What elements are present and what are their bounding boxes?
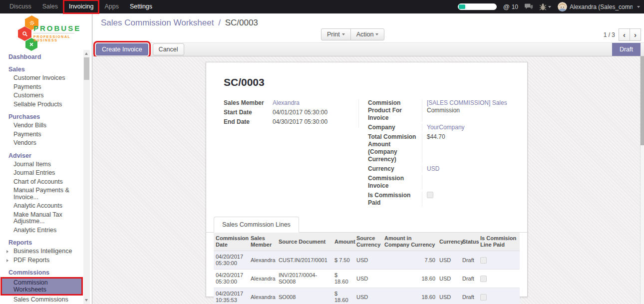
field-label: End Date — [224, 118, 273, 126]
sidebar-item-pdf-reports[interactable]: PDF Reports — [0, 256, 83, 265]
column-header[interactable]: Is Commision Line Paid — [478, 233, 520, 251]
action-label: Action — [356, 31, 374, 38]
form-sheet: SC/0003 Sales MemberAlexandra Start Date… — [206, 62, 528, 297]
sidebar-item-vendor-bills[interactable]: Vendor Bills — [0, 121, 83, 130]
menu-apps[interactable]: Apps — [99, 0, 124, 13]
record-title: SC/0003 — [224, 76, 527, 88]
cell-amount: $ 7.50 — [332, 251, 354, 270]
column-header[interactable]: Amount — [332, 233, 354, 251]
pager-previous-button[interactable]: ‹ — [619, 28, 630, 41]
page-scrollbar[interactable] — [640, 56, 644, 304]
column-header[interactable]: Currency — [437, 233, 460, 251]
commission-product-text: Commission — [427, 107, 460, 114]
sidebar-item-chart-of-accounts[interactable]: Chart of Accounts — [0, 178, 83, 187]
sidebar-item-journal-entries[interactable]: Journal Entries — [0, 169, 83, 178]
sidebar-item-vendors[interactable]: Vendors — [0, 139, 83, 148]
field-label: Total Commision Amount (Company Currency… — [368, 133, 422, 163]
cell-source-document: INV/2017/0004-SO008 — [277, 270, 332, 288]
cell-sales-member: Alexandra — [249, 288, 277, 304]
cell-currency: USD — [437, 288, 460, 304]
sidebar-item-business-intelligence[interactable]: Business Intelligence — [0, 247, 83, 256]
company-logo: PROBUSE PROFESSIONAL BUSINESS — [0, 13, 92, 51]
app-menu: Discuss Sales Invoicing Apps Settings — [4, 0, 158, 13]
sidebar-section-commissions[interactable]: Commissions — [0, 269, 83, 277]
start-date-value[interactable]: 04/01/2017 05:30:00 — [273, 109, 327, 116]
sidebar-item-tax-adjustments[interactable]: Make Manual Tax Adjustme... — [0, 211, 83, 226]
sales-member-link[interactable]: Alexandra — [273, 99, 300, 106]
company-link[interactable]: YourCompany — [427, 124, 465, 131]
messages-icon[interactable] — [525, 3, 533, 10]
action-button[interactable]: Action — [350, 28, 385, 40]
cell-status: Draft — [460, 270, 478, 288]
cancel-button[interactable]: Cancel — [153, 43, 184, 55]
column-header[interactable]: Source Document — [277, 233, 332, 251]
print-action-group: Print Action — [321, 28, 384, 40]
sidebar-section-sales[interactable]: Sales — [0, 65, 83, 74]
breadcrumb-current: SC/0003 — [225, 18, 258, 27]
logo-divider — [33, 33, 74, 33]
line-paid-checkbox[interactable] — [480, 257, 487, 264]
sidebar-item-journal-items[interactable]: Journal Items — [0, 160, 83, 169]
breadcrumb: Sales Commission Worksheet / SC/0003 — [93, 13, 644, 28]
top-navbar: Discuss Sales Invoicing Apps Settings @ … — [0, 0, 644, 13]
sidebar-item-sellable-products[interactable]: Sellable Products — [0, 100, 83, 109]
sidebar-item-customers[interactable]: Customers — [0, 91, 83, 100]
column-header[interactable]: Amount in Company Currency — [382, 233, 437, 251]
sidebar-item-payments-purchases[interactable]: Payments — [0, 130, 83, 139]
table-row[interactable]: 04/20/2017 05:30:00 Alexandra INV/2017/0… — [214, 270, 520, 288]
cell-amount: $ 18.60 — [332, 270, 354, 288]
menu-sales[interactable]: Sales — [37, 0, 63, 13]
cell-source-currency: USD — [354, 288, 382, 304]
field-group-left: Sales MemberAlexandra Start Date04/01/20… — [224, 99, 359, 128]
scrollbar-thumb[interactable] — [641, 56, 644, 145]
sidebar-item-customer-invoices[interactable]: Customer Invoices — [0, 74, 83, 83]
sidebar-item-dashboard[interactable]: Dashboard — [0, 53, 83, 61]
logo-subtitle: PROFESSIONAL BUSINESS — [33, 35, 92, 42]
column-header[interactable]: Source Currency — [354, 233, 382, 251]
breadcrumb-parent-link[interactable]: Sales Commission Worksheet — [101, 18, 214, 27]
scrollbar-thumb[interactable] — [84, 57, 89, 80]
is-commission-paid-checkbox[interactable] — [427, 192, 433, 198]
chevron-down-icon — [375, 33, 378, 35]
sidebar-scrollbar[interactable] — [83, 50, 90, 304]
pager-next-button[interactable]: › — [630, 28, 641, 41]
print-button[interactable]: Print — [321, 28, 351, 40]
commission-product-link[interactable]: [SALES COMMISSION] Sales — [427, 99, 507, 106]
column-header[interactable]: Sales Member — [249, 233, 277, 251]
sidebar-item-analytic-entries[interactable]: Analytic Entries — [0, 226, 83, 235]
sidebar-item-payments-sales[interactable]: Payments — [0, 83, 83, 92]
user-menu[interactable]: Alexandra (Sales_comm... — [558, 2, 640, 11]
sidebar-section-reports[interactable]: Reports — [0, 239, 83, 247]
chevron-down-icon — [548, 6, 551, 8]
line-paid-checkbox[interactable] — [480, 294, 487, 301]
table-row[interactable]: 04/20/2017 05:30:00 Alexandra CUST.IN/20… — [214, 251, 520, 270]
create-invoice-button[interactable]: Create Invoice — [96, 43, 148, 55]
timer-widget[interactable] — [458, 3, 497, 10]
sidebar-section-purchases[interactable]: Purchases — [0, 113, 83, 121]
expand-icon — [6, 250, 8, 253]
table-row[interactable]: 04/20/2017 10:35:53 Alexandra SO008 $ 18… — [214, 288, 520, 304]
print-label: Print — [327, 31, 340, 38]
column-header[interactable]: Commission Date — [214, 233, 249, 251]
sidebar-section-adviser[interactable]: Adviser — [0, 152, 83, 160]
logo-title: PROBUSE — [33, 24, 81, 32]
column-header[interactable]: Status — [460, 233, 478, 251]
menu-discuss[interactable]: Discuss — [4, 0, 37, 13]
end-date-value[interactable]: 04/30/2017 05:30:00 — [273, 118, 327, 126]
tab-sales-commission-lines[interactable]: Sales Commission Lines — [214, 217, 299, 233]
currency-link[interactable]: USD — [427, 165, 439, 172]
field-label: Is Commission Paid — [368, 192, 422, 207]
scroll-up-icon[interactable] — [85, 52, 88, 55]
line-paid-checkbox[interactable] — [480, 276, 487, 282]
sidebar-item-analytic-accounts[interactable]: Analytic Accounts — [0, 202, 83, 211]
menu-invoicing[interactable]: Invoicing — [63, 0, 99, 13]
sidebar-item-manual-payments[interactable]: Manual Payments & Invoice... — [0, 186, 83, 202]
sidebar-item-sales-commissions-lines[interactable]: Sales Commissions Lines — [0, 296, 83, 304]
commission-lines-table: Commission Date Sales Member Source Docu… — [214, 233, 520, 304]
scroll-down-icon[interactable] — [85, 299, 88, 302]
field-label: Commission Invoice — [368, 175, 422, 190]
debug-menu[interactable] — [540, 3, 551, 10]
sidebar-item-commission-worksheets[interactable]: Commission Worksheets — [2, 279, 81, 294]
menu-settings[interactable]: Settings — [124, 0, 158, 13]
activities-counter[interactable]: @ 10 — [503, 3, 518, 10]
